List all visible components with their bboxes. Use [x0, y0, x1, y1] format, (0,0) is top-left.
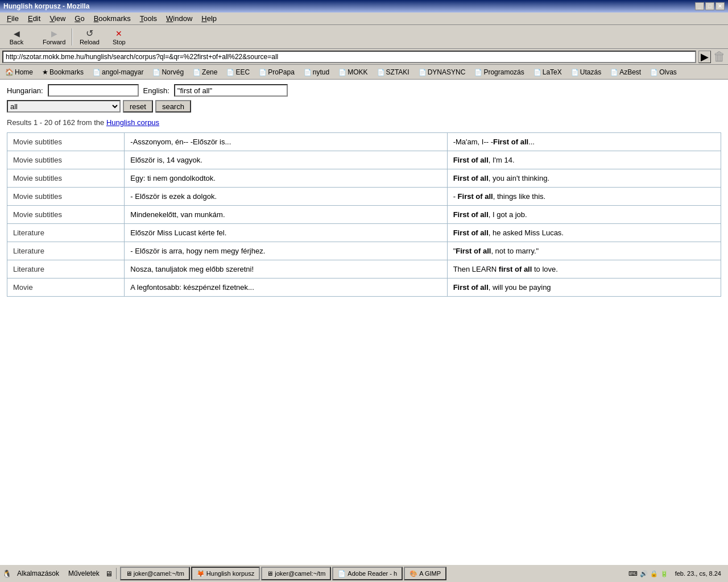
result-source: Literature — [7, 260, 125, 278]
page-icon-7 — [338, 68, 346, 76]
bm-olvas[interactable]: Olvas — [646, 66, 681, 78]
back-button[interactable]: Back — [2, 27, 31, 47]
bookmarksbar: 🏠 Home ★ Bookmarks angol-magyar Norvég Z… — [0, 65, 728, 80]
toolbar: Back Forward Reload Stop — [0, 25, 728, 49]
reload-button[interactable]: Reload — [75, 27, 104, 47]
table-row: MovieA legfontosabb: készpénzel fizetnek… — [7, 278, 721, 297]
window-title: Hunglish korpusz - Mozilla — [3, 2, 89, 10]
result-english: First of all, I'm 14. — [447, 151, 721, 169]
page-icon-10 — [474, 68, 482, 76]
result-hungarian: Nosza, tanuljatok meg előbb szeretni! — [125, 260, 447, 278]
table-row: Movie subtitlesElőször is, 14 vagyok.Fir… — [7, 151, 721, 169]
menu-file[interactable]: File — [2, 13, 23, 24]
bm-dynasync[interactable]: DYNASYNC — [415, 66, 470, 78]
result-english: -Ma'am, I-- -First of all... — [447, 133, 721, 151]
page-icon-4 — [226, 68, 234, 76]
stop-icon — [115, 28, 122, 38]
taskbar-icon-computer: 🖥 — [105, 569, 113, 578]
actions-label[interactable]: Műveletek — [65, 568, 103, 579]
titlebar: Hunglish korpusz - Mozilla _ □ ✕ — [0, 0, 728, 13]
go-button[interactable]: ▶ — [698, 51, 711, 63]
taskbar-window-hunglish[interactable]: 🦊 Hunglish korpusz — [191, 567, 260, 580]
menu-bookmarks[interactable]: Bookmarks — [89, 13, 135, 24]
terminal-icon-1: 🖥 — [126, 570, 132, 577]
bm-propapa[interactable]: ProPapa — [255, 66, 299, 78]
corpus-link[interactable]: Hunglish corpus — [106, 118, 159, 127]
taskbar-icon-speaker: 🔊 — [640, 570, 648, 577]
result-source: Movie subtitles — [7, 206, 125, 224]
taskbar-window-gimp[interactable]: 🎨 A GIMP — [404, 567, 446, 580]
result-source: Movie subtitles — [7, 188, 125, 206]
taskbar-window-terminal2[interactable]: 🖥 joker@camel:~/tm — [261, 567, 331, 580]
result-english: First of all, I got a job. — [447, 206, 721, 224]
toolbar-separator — [72, 28, 73, 45]
taskbar-window-terminal1[interactable]: 🖥 joker@camel:~/tm — [120, 567, 190, 580]
forward-button[interactable]: Forward — [39, 27, 69, 47]
bm-sztaki[interactable]: SZTAKI — [373, 66, 413, 78]
taskbar-right: ⌨ 🔊 🔒 🔋 feb. 23., cs, 8.24 — [628, 569, 726, 578]
result-english: First of all, he asked Miss Lucas. — [447, 224, 721, 242]
reload-icon — [86, 28, 93, 38]
bookmarks-icon: ★ — [42, 68, 48, 76]
search-row-2: all literature movie subtitles reset sea… — [7, 100, 721, 113]
addressbar: ▶ 🗑 — [0, 49, 728, 65]
bm-nytud[interactable]: nytud — [300, 66, 333, 78]
result-hungarian: -Asszonyom, én-- -Először is... — [125, 133, 447, 151]
taskbar-icon-lock: 🔒 — [650, 570, 658, 577]
page-icon-2 — [152, 68, 160, 76]
bm-programozas[interactable]: Programozás — [470, 66, 528, 78]
result-english: - First of all, things like this. — [447, 188, 721, 206]
taskbar-icon-kbd: ⌨ — [628, 570, 638, 577]
taskbar-window-adobe[interactable]: 📄 Adobe Reader - h — [332, 567, 403, 580]
page-icon-3 — [193, 68, 201, 76]
page-icon-14 — [650, 68, 658, 76]
bm-angol-magyar[interactable]: angol-magyar — [89, 66, 147, 78]
english-input[interactable] — [174, 84, 288, 97]
address-input[interactable] — [2, 51, 696, 63]
bm-azbest[interactable]: AzBest — [606, 66, 645, 78]
applications-label[interactable]: Alkalmazások — [14, 568, 63, 579]
hungarian-input[interactable] — [48, 84, 139, 97]
menu-edit[interactable]: Edit — [23, 13, 45, 24]
maximize-button[interactable]: □ — [705, 2, 714, 10]
taskbar-separator — [116, 568, 117, 579]
bm-mokk[interactable]: MOKK — [334, 66, 371, 78]
menu-go[interactable]: Go — [70, 13, 89, 24]
menu-view[interactable]: View — [45, 13, 70, 24]
main-content: Hungarian: English: all literature movie… — [0, 80, 728, 574]
bm-latex[interactable]: LaTeX — [530, 66, 566, 78]
close-button[interactable]: ✕ — [715, 2, 725, 10]
taskbar-icon-battery: 🔋 — [660, 570, 668, 577]
result-english: "First of all, not to marry." — [447, 242, 721, 260]
page-icon-8 — [377, 68, 385, 76]
stop-button[interactable]: Stop — [105, 27, 133, 47]
bm-utazas[interactable]: Utazás — [567, 66, 605, 78]
result-hungarian: Először Miss Lucast kérte fel. — [125, 224, 447, 242]
page-icon-5 — [259, 68, 267, 76]
source-select[interactable]: all literature movie subtitles — [7, 100, 121, 113]
menu-help[interactable]: Help — [197, 13, 221, 24]
home-icon: 🏠 — [5, 68, 14, 76]
back-icon — [14, 28, 20, 38]
page-icon-12 — [571, 68, 579, 76]
clock: feb. 23., cs, 8.24 — [671, 569, 726, 578]
bm-eec[interactable]: EEC — [222, 66, 254, 78]
result-source: Movie subtitles — [7, 169, 125, 188]
bm-norveg[interactable]: Norvég — [148, 66, 188, 78]
bm-home[interactable]: 🏠 Home — [1, 66, 37, 78]
mozilla-icon: 🦊 — [197, 570, 205, 577]
search-button[interactable]: search — [155, 100, 191, 113]
table-row: Movie subtitlesEgy: ti nem gondolkodtok.… — [7, 169, 721, 188]
history-icon[interactable]: 🗑 — [713, 49, 726, 64]
page-icon-1 — [93, 68, 101, 76]
page-icon-11 — [533, 68, 541, 76]
titlebar-buttons[interactable]: _ □ ✕ — [695, 2, 725, 10]
result-source: Movie subtitles — [7, 151, 125, 169]
reset-button[interactable]: reset — [123, 100, 153, 113]
menu-tools[interactable]: Tools — [135, 13, 162, 24]
minimize-button[interactable]: _ — [695, 2, 704, 10]
bm-bookmarks[interactable]: ★ Bookmarks — [38, 66, 88, 78]
menu-window[interactable]: Window — [162, 13, 197, 24]
bm-zene[interactable]: Zene — [189, 66, 221, 78]
result-source: Movie subtitles — [7, 133, 125, 151]
